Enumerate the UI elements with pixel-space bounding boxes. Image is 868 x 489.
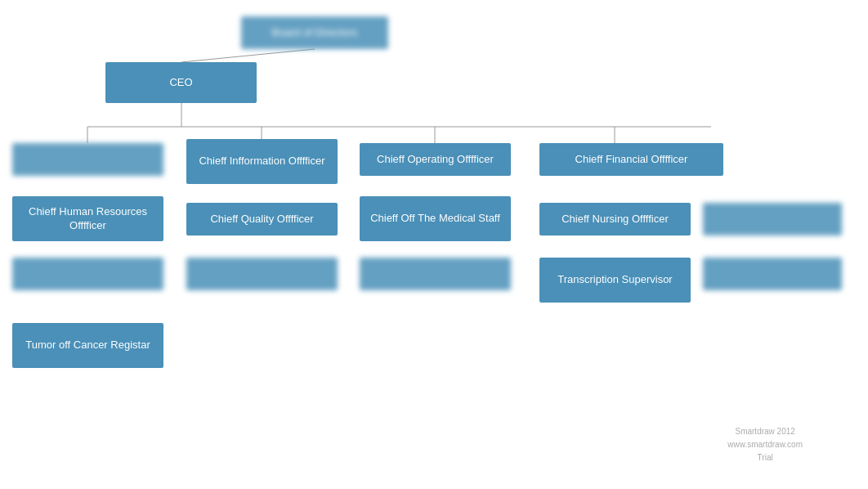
watermark: Smartdraw 2012 www.smartdraw.com Trial xyxy=(727,425,803,464)
tumor-registar-node: Tumor off Cancer Registar xyxy=(12,323,163,368)
ceo-node: CEO xyxy=(105,62,257,103)
chief-financial-node: Chieff Financial Offfficer xyxy=(539,143,723,176)
board-of-directors-node: Board of Directors xyxy=(241,16,388,49)
hr-level1-node xyxy=(12,143,163,176)
quality-sub-node xyxy=(186,258,338,290)
medical-sub-node xyxy=(360,258,511,290)
nursing-sub2-node xyxy=(703,258,842,290)
nursing-sub1-node xyxy=(703,203,842,236)
chief-quality-node: Chieff Quality Offfficer xyxy=(186,203,338,236)
transcription-supervisor-node: Transcription Supervisor xyxy=(539,258,691,303)
chief-hr-node: Chieff Human Resources Offfficer xyxy=(12,196,163,241)
chief-medical-node: Chieff Off The Medical Staff xyxy=(360,196,511,241)
org-chart: Board of Directors CEO Chieff Human Reso… xyxy=(0,0,868,489)
chief-info-node: Chieff Infformation Offfficer xyxy=(186,139,338,184)
svg-line-0 xyxy=(181,49,315,62)
hr-sub-node xyxy=(12,258,163,290)
chief-nursing-node: Chieff Nursing Offfficer xyxy=(539,203,691,236)
chief-operating-node: Chieff Operating Offfficer xyxy=(360,143,511,176)
